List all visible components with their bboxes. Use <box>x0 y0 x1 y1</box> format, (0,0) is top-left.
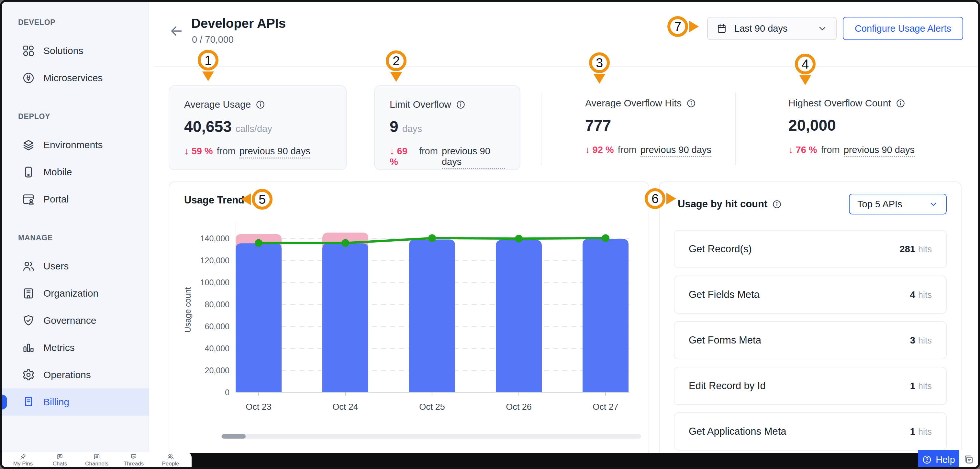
usage-trend-chart[interactable]: 020,00040,00060,00080,000100,000120,0001… <box>174 214 641 423</box>
info-icon[interactable] <box>772 199 782 209</box>
chevron-down-icon <box>929 199 938 209</box>
taskbar-item-my-pins[interactable]: My Pins <box>5 453 41 467</box>
taskbar-item-label: Threads <box>124 461 144 467</box>
highest-overflow-count-stat: Highest Overflow Count20,000↓ 76 %frompr… <box>788 90 940 175</box>
sidebar-item-mobile[interactable]: Mobile <box>2 158 149 185</box>
back-button[interactable] <box>169 23 186 40</box>
taskbar: My PinsChatsChannelsThreadsPeople <box>2 452 192 467</box>
layers-icon <box>22 138 35 151</box>
sidebar-item-label: Operations <box>43 369 91 380</box>
taskbar-item-threads[interactable]: Threads <box>115 453 152 467</box>
sidebar-section-label: MANAGE <box>2 233 149 242</box>
api-name: Get Fields Meta <box>689 289 760 301</box>
svg-text:Oct 25: Oct 25 <box>419 402 445 412</box>
svg-text:20,000: 20,000 <box>205 366 229 375</box>
bar-chart-icon <box>22 341 35 354</box>
usage-trend-title: Usage Trend <box>184 194 244 206</box>
sidebar-item-label: Solutions <box>43 45 83 56</box>
previous-period-link[interactable]: previous 90 days <box>240 146 310 158</box>
stats-divider <box>541 92 541 165</box>
usage-quota-subtitle: 0 / 70,000 <box>192 34 234 45</box>
sidebar-item-environments[interactable]: Environments <box>2 132 149 158</box>
stats-divider <box>735 92 736 165</box>
stacked-cards-icon <box>963 454 975 466</box>
sidebar-item-organization[interactable]: Organization <box>2 280 149 307</box>
previous-period-link[interactable]: previous 90 days <box>844 144 915 157</box>
configure-usage-alerts-button[interactable]: Configure Usage Alerts <box>843 17 963 40</box>
sidebar-section-manage: MANAGEUsersOrganizationGovernanceMetrics… <box>2 233 149 416</box>
users-icon <box>22 260 35 273</box>
hit-count-number: 1 <box>910 381 915 391</box>
svg-text:Usage count: Usage count <box>183 287 192 333</box>
taskbar-item-chats[interactable]: Chats <box>41 453 78 467</box>
taskbar-item-people[interactable]: People <box>152 453 189 467</box>
sidebar-item-label: Users <box>43 261 68 272</box>
api-hit-count: 3hits <box>910 335 932 346</box>
api-hit-count: 1hits <box>910 426 932 437</box>
api-name: Get Record(s) <box>689 243 752 255</box>
date-range-value: Last 90 days <box>734 23 788 34</box>
hit-count-number: 1 <box>910 426 915 437</box>
date-range-select[interactable]: Last 90 days <box>707 17 837 40</box>
sidebar-item-billing[interactable]: Billing <box>2 388 149 416</box>
delta-percent: ↓ 69 % <box>390 146 415 167</box>
taskbar-item-channels[interactable]: Channels <box>78 453 115 467</box>
taskbar-item-label: My Pins <box>13 461 33 467</box>
help-button[interactable]: Help <box>918 450 959 469</box>
sidebar-section-label: DEPLOY <box>2 112 149 121</box>
api-name: Edit Record by Id <box>689 380 766 392</box>
portal-icon <box>22 193 35 206</box>
people-icon <box>167 453 174 460</box>
svg-text:140,000: 140,000 <box>200 234 229 243</box>
api-hits-list: Get Record(s)281hitsGet Fields Meta4hits… <box>674 230 947 458</box>
question-icon <box>922 455 932 464</box>
stat-title-label: Average Usage <box>184 99 251 110</box>
sidebar-item-operations[interactable]: Operations <box>2 361 149 388</box>
svg-text:120,000: 120,000 <box>200 256 229 265</box>
stat-value: 9days <box>390 118 505 136</box>
hit-count-unit: hits <box>918 244 932 254</box>
api-hit-row-get-record-s: Get Record(s)281hits <box>674 230 947 268</box>
api-hit-row-get-fields-meta: Get Fields Meta4hits <box>674 276 947 314</box>
delta-percent: ↓ 76 % <box>788 144 817 155</box>
sidebar-item-label: Mobile <box>43 166 72 177</box>
svg-text:100,000: 100,000 <box>200 278 229 287</box>
sidebar-item-label: Microservices <box>43 73 103 84</box>
stat-unit: calls/day <box>235 124 272 134</box>
feedback-panel-button[interactable] <box>959 450 978 469</box>
api-hit-count: 4hits <box>910 290 932 300</box>
annotation-badge-4: 4 <box>795 54 816 74</box>
chart-horizontal-scrollbar[interactable] <box>221 434 641 439</box>
annotation-badge-7: 7 <box>667 16 688 37</box>
info-icon[interactable] <box>456 100 466 110</box>
sidebar-item-label: Environments <box>43 139 103 151</box>
sidebar-item-solutions[interactable]: Solutions <box>2 37 149 64</box>
hit-count-number: 4 <box>910 290 915 300</box>
delta-percent: ↓ 59 % <box>184 146 213 157</box>
sidebar: DEVELOPSolutionsMicroservicesDEPLOYEnvir… <box>2 2 149 454</box>
usage-trend-card: Usage Trend 020,00040,00060,00080,000100… <box>169 181 649 456</box>
stat-delta: ↓ 59 %fromprevious 90 days <box>184 146 331 158</box>
sidebar-item-governance[interactable]: Governance <box>2 307 149 334</box>
sidebar-item-microservices[interactable]: Microservices <box>2 64 149 92</box>
sidebar-item-metrics[interactable]: Metrics <box>2 334 149 361</box>
stat-title: Highest Overflow Count <box>788 98 940 109</box>
stat-title-label: Highest Overflow Count <box>788 98 891 109</box>
api-hit-count: 1hits <box>910 381 932 391</box>
sidebar-item-portal[interactable]: Portal <box>2 185 149 213</box>
sidebar-item-users[interactable]: Users <box>2 253 149 280</box>
scrollbar-thumb[interactable] <box>222 434 246 439</box>
taskbar-item-label: People <box>162 461 179 467</box>
previous-period-link[interactable]: previous 90 days <box>641 144 711 157</box>
thread-icon <box>130 453 137 460</box>
usage-by-hit-count-title: Usage by hit count <box>678 198 782 210</box>
top-5-apis-select[interactable]: Top 5 APIs <box>849 194 947 214</box>
taskbar-item-label: Chats <box>53 461 67 467</box>
info-icon[interactable] <box>686 98 696 108</box>
pin-icon <box>19 453 27 460</box>
svg-text:Oct 24: Oct 24 <box>332 402 358 412</box>
info-icon[interactable] <box>896 98 905 108</box>
svg-text:Oct 27: Oct 27 <box>593 402 619 412</box>
info-icon[interactable] <box>255 100 266 110</box>
previous-period-link[interactable]: previous 90 days <box>442 146 505 169</box>
